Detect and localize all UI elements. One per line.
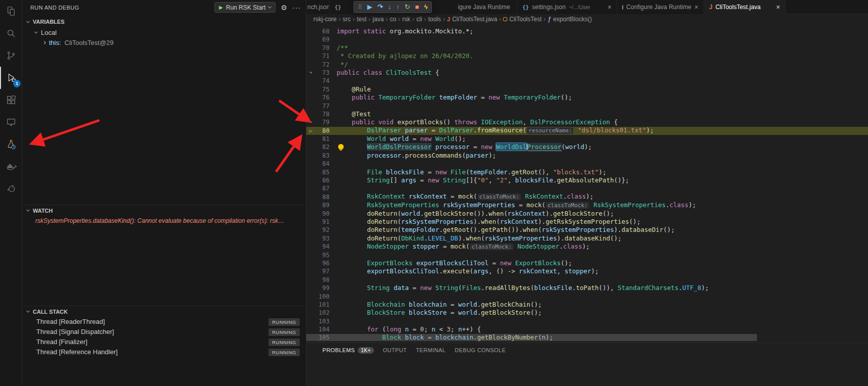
- step-over-button[interactable]: ↷: [377, 2, 383, 13]
- gutter-72[interactable]: 72: [306, 61, 337, 69]
- panel-tab-terminal[interactable]: TERMINAL: [411, 347, 450, 353]
- gutter-102[interactable]: 102: [306, 309, 337, 317]
- gutter-97[interactable]: 97: [306, 267, 337, 275]
- gutter-74[interactable]: 74: [306, 77, 337, 85]
- gutter-94[interactable]: 94: [306, 243, 337, 251]
- code-line-98[interactable]: 98: [306, 276, 868, 284]
- gutter-99[interactable]: 99: [306, 284, 337, 292]
- gutter-83[interactable]: 83: [306, 152, 337, 160]
- code-line-82[interactable]: 82 WorldDslProcessor processor = new Wor…: [306, 143, 868, 151]
- tab-configure-java-runtime[interactable]: Configure Java Runtime×: [617, 0, 704, 14]
- code-line-97[interactable]: 97 exportBlocksCliTool.execute(args, () …: [306, 267, 868, 275]
- tab-settings-json[interactable]: {}settings.json~/.../User×: [517, 0, 617, 14]
- gutter-79[interactable]: ↷79: [306, 118, 337, 126]
- gutter-104[interactable]: 104: [306, 325, 337, 333]
- code-line-77[interactable]: 77: [306, 102, 868, 110]
- activity-test-explorer[interactable]: [0, 133, 22, 156]
- code-line-75[interactable]: 75 @Rule: [306, 85, 868, 93]
- code-line-84[interactable]: 84: [306, 160, 868, 168]
- code-line-103[interactable]: 103: [306, 317, 868, 325]
- gutter-78[interactable]: 78: [306, 110, 337, 118]
- breadcrumb-item-exportblocks-[interactable]: ƒexportBlocks(): [548, 16, 591, 23]
- breadcrumb-item-cli[interactable]: cli: [416, 16, 422, 23]
- gutter-80[interactable]: ▷80: [306, 127, 337, 135]
- code-line-68[interactable]: 68import static org.mockito.Mockito.*;: [306, 27, 868, 35]
- gutter-87[interactable]: 87: [306, 184, 337, 192]
- breadcrumb-item-tools[interactable]: tools: [428, 16, 441, 23]
- code-line-83[interactable]: 83 processor.processCommands(parser);: [306, 152, 868, 160]
- gutter-91[interactable]: 91: [306, 218, 337, 226]
- thread-row[interactable]: Thread [Finalizer]RUNNING: [22, 337, 306, 347]
- run-config-dropdown[interactable]: ▶ Run RSK Start: [214, 2, 276, 13]
- gutter-85[interactable]: 85: [306, 168, 337, 176]
- gutter-89[interactable]: 89: [306, 201, 337, 209]
- gutter-76[interactable]: 76: [306, 93, 337, 102]
- code-line-104[interactable]: 104 for (long n = 0; n < 3; n++) {: [306, 325, 868, 333]
- code-line-80[interactable]: ▷80 DslParser parser = DslParser.fromRes…: [306, 127, 868, 135]
- variables-scope-local[interactable]: Local: [22, 27, 306, 37]
- watch-expression[interactable]: rskSystemProperties.databaseKind(): Cann…: [22, 216, 306, 226]
- step-out-button[interactable]: ↑: [396, 2, 400, 13]
- code-line-100[interactable]: 100: [306, 293, 868, 301]
- panel-tab-output[interactable]: OUTPUT: [378, 347, 412, 353]
- gutter-90[interactable]: 90: [306, 210, 337, 218]
- code-editor[interactable]: 68import static org.mockito.Mockito.*;69…: [306, 24, 868, 343]
- gutter-93[interactable]: 93: [306, 234, 337, 243]
- gutter-100[interactable]: 100: [306, 293, 337, 301]
- tab-clitoolstest-java[interactable]: JCliToolsTest.java×: [704, 0, 786, 14]
- code-line-69[interactable]: 69: [306, 35, 868, 43]
- activity-extensions[interactable]: [0, 89, 22, 111]
- more-actions-icon[interactable]: ···: [292, 4, 301, 12]
- gutter-77[interactable]: 77: [306, 102, 337, 110]
- watch-section-header[interactable]: WATCH: [22, 205, 306, 216]
- code-line-76[interactable]: 76 public TemporaryFolder tempFolder = n…: [306, 93, 868, 102]
- code-line-91[interactable]: 91 doReturn(rskSystemProperties).when(rs…: [306, 218, 868, 226]
- gutter-82[interactable]: 82: [306, 143, 337, 151]
- activity-remote-explorer[interactable]: [0, 111, 22, 133]
- gutter-69[interactable]: 69: [306, 35, 337, 43]
- gutter-84[interactable]: 84: [306, 160, 337, 168]
- variable-this[interactable]: this: CliToolsTest@29: [22, 37, 306, 47]
- gutter-95[interactable]: 95: [306, 251, 337, 259]
- breadcrumb-item-src[interactable]: src: [343, 16, 351, 23]
- gutter-88[interactable]: 88: [306, 193, 337, 201]
- stop-button[interactable]: ■: [415, 2, 419, 13]
- breadcrumb-item-java[interactable]: java: [372, 16, 384, 23]
- activity-search[interactable]: [0, 22, 22, 44]
- close-icon[interactable]: ×: [694, 4, 698, 11]
- close-icon[interactable]: ×: [608, 4, 612, 11]
- step-into-button[interactable]: ↓: [388, 2, 392, 13]
- breadcrumb-item-rskj-core[interactable]: rskj-core: [313, 16, 337, 23]
- continue-button[interactable]: ▶: [367, 2, 372, 13]
- code-line-85[interactable]: 85 File blocksFile = new File(tempFolder…: [306, 168, 868, 176]
- code-line-72[interactable]: 72 */: [306, 61, 868, 69]
- code-line-88[interactable]: 88 RskContext rskContext = mock(classToM…: [306, 193, 868, 201]
- thread-row[interactable]: Thread [ReaderThread]RUNNING: [22, 317, 306, 327]
- code-line-73[interactable]: ↷73public class CliToolsTest {: [306, 69, 868, 77]
- panel-tab-debug-console[interactable]: DEBUG CONSOLE: [450, 347, 510, 353]
- breadcrumb-item-test[interactable]: test: [357, 16, 366, 23]
- horizontal-scrollbar[interactable]: [306, 334, 757, 341]
- gutter-68[interactable]: 68: [306, 27, 337, 35]
- gutter-103[interactable]: 103: [306, 317, 337, 325]
- breadcrumb-item-clitoolstest-java[interactable]: JCliToolsTest.java: [447, 16, 498, 23]
- breadcrumb-item-co[interactable]: co: [390, 16, 396, 23]
- code-line-90[interactable]: 90 doReturn(world.getBlockStore()).when(…: [306, 210, 868, 218]
- code-line-102[interactable]: 102 BlockStore blockStore = world.getBlo…: [306, 309, 868, 317]
- code-line-96[interactable]: 96 ExportBlocks exportBlocksCliTool = ne…: [306, 259, 868, 267]
- close-icon[interactable]: ×: [776, 4, 780, 11]
- code-line-93[interactable]: 93 doReturn(DbKind.LEVEL_DB).when(rskSys…: [306, 234, 868, 243]
- gutter-86[interactable]: 86: [306, 176, 337, 184]
- code-line-86[interactable]: 86 String[] args = new String[]{"0", "2"…: [306, 176, 868, 184]
- gutter-98[interactable]: 98: [306, 276, 337, 284]
- code-line-92[interactable]: 92 doReturn(tempFolder.getRoot().getPath…: [306, 226, 868, 234]
- call-stack-section-header[interactable]: CALL STACK: [22, 306, 306, 317]
- panel-tab-problems[interactable]: PROBLEMS1K+: [318, 347, 378, 354]
- restart-button[interactable]: ↻: [405, 2, 410, 13]
- gutter-70[interactable]: 70: [306, 44, 337, 52]
- variables-section-header[interactable]: VARIABLES: [22, 16, 306, 27]
- activity-source-control[interactable]: [0, 44, 22, 67]
- gutter-92[interactable]: 92: [306, 226, 337, 234]
- code-line-71[interactable]: 71 * Created by ajlopez on 26/04/2020.: [306, 52, 868, 60]
- breadcrumb-item-clitoolstest[interactable]: CliToolsTest: [503, 16, 541, 23]
